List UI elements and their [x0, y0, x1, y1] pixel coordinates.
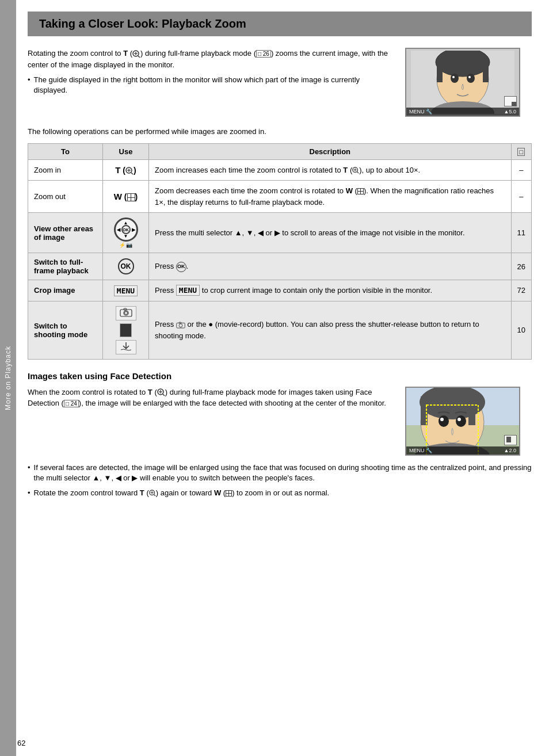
- desc-full-frame: Press OK.: [149, 253, 512, 280]
- svg-rect-8: [483, 59, 489, 82]
- desc-shooting: Press or the ● (movie-record) button. Yo…: [149, 301, 512, 359]
- selector-icon-2: 📷: [126, 242, 132, 248]
- face-detection-paragraph: When the zoom control is rotated to T ()…: [28, 387, 394, 409]
- svg-line-19: [357, 172, 359, 174]
- header-to: To: [28, 143, 103, 159]
- side-tab: More on Playback: [0, 0, 16, 756]
- face-bullet-1-text: If several faces are detected, the image…: [34, 463, 532, 483]
- svg-line-15: [131, 173, 133, 174]
- guide-indicator: [512, 102, 516, 106]
- svg-point-25: [124, 311, 127, 314]
- page-number: 62: [17, 739, 25, 747]
- shooting-icons: ●: [109, 306, 143, 354]
- svg-rect-42: [468, 396, 475, 425]
- ref-zoom-in: –: [511, 159, 531, 181]
- table-row: Switch to full-frame playback OK Press O…: [28, 253, 532, 280]
- desc-zoom-in: Zoom increases each time the zoom contro…: [149, 159, 512, 181]
- shutter-icon-svg: [120, 342, 132, 351]
- face-detection-title: Images taken using Face Detection: [28, 371, 532, 381]
- to-zoom-in: Zoom in: [28, 159, 103, 181]
- face-detection-text: When the zoom control is rotated to T ()…: [28, 387, 394, 456]
- menu-label: MENU 🔧: [409, 109, 432, 114]
- operations-intro: The following operations can be performe…: [28, 126, 532, 138]
- face-guide-box: [504, 435, 517, 445]
- arrow-right: ▶: [132, 227, 135, 232]
- svg-line-1: [138, 56, 140, 58]
- to-crop: Crop image: [28, 280, 103, 301]
- svg-rect-7: [437, 59, 443, 82]
- ref-crop: 72: [511, 280, 531, 301]
- svg-point-43: [439, 415, 449, 427]
- camera-icon-svg: [120, 308, 132, 317]
- to-full-frame: Switch to full-frame playback: [28, 253, 103, 280]
- table-row: Switch to shooting mode: [28, 301, 532, 359]
- zoom-level: ▲5.0: [504, 109, 516, 114]
- side-tab-label: More on Playback: [4, 346, 12, 410]
- title-bar: Taking a Closer Look: Playback Zoom: [28, 12, 532, 36]
- guide-box: [504, 96, 517, 106]
- svg-line-50: [154, 495, 155, 497]
- desc-zoom-out: Zoom decreases each time the zoom contro…: [149, 181, 512, 213]
- record-button-row: ●: [120, 323, 132, 337]
- ref-shooting: 10: [511, 301, 531, 359]
- desc-view-areas: Press the multi selector ▲, ▼, ◀ or ▶ to…: [149, 213, 512, 253]
- intro-image: MENU 🔧 ▲5.0: [405, 48, 532, 117]
- ok-icon: OK: [118, 258, 134, 274]
- grid-icon: [127, 193, 135, 201]
- use-view-areas: OK ▲ ▼ ◀ ▶ ⚡ 📷: [103, 213, 149, 253]
- svg-point-9: [451, 74, 459, 83]
- bullets-section: If several faces are detected, the image…: [28, 463, 532, 499]
- face-menu-label: MENU 🔧: [409, 448, 432, 453]
- arrow-left: ◀: [117, 227, 120, 232]
- svg-line-31: [163, 394, 165, 396]
- arrow-down: ▼: [124, 234, 128, 239]
- face-guide-indicator: [506, 437, 511, 442]
- face-bullet-1: If several faces are detected, the image…: [28, 463, 532, 483]
- svg-point-10: [467, 74, 475, 83]
- intro-bullet: The guide displayed in the right bottom …: [28, 75, 394, 96]
- use-zoom-in: T (): [103, 159, 149, 181]
- intro-paragraph: Rotating the zoom control to T () during…: [28, 48, 394, 70]
- to-view-areas: View other areas of image: [28, 213, 103, 253]
- face-detection-image: MENU 🔧 ▲2.0: [405, 387, 532, 456]
- table-header-row: To Use Description □: [28, 143, 532, 159]
- desc-crop: Press MENU to crop current image to cont…: [149, 280, 512, 301]
- to-shooting: Switch to shooting mode: [28, 301, 103, 359]
- selector-bottom-icons: ⚡ 📷: [119, 242, 132, 248]
- use-zoom-out: W ( ): [103, 181, 149, 213]
- header-ref: □: [511, 143, 531, 159]
- operations-table: To Use Description □ Zoom in T (): [28, 143, 532, 360]
- use-full-frame: OK: [103, 253, 149, 280]
- header-use: Use: [103, 143, 149, 159]
- camera-bottom-bar: MENU 🔧 ▲5.0: [406, 108, 519, 116]
- face-detection-content: When the zoom control is rotated to T ()…: [28, 387, 532, 456]
- table-row: View other areas of image OK ▲ ▼ ◀ ▶: [28, 213, 532, 253]
- arrow-up: ▲: [124, 220, 128, 226]
- svg-point-12: [468, 76, 471, 78]
- table-row: Zoom out W ( ) Zoom decreases each time …: [28, 181, 532, 213]
- camera-icon-row: [116, 306, 136, 320]
- page-container: More on Playback Taking a Closer Look: P…: [0, 0, 549, 756]
- camera-display: MENU 🔧 ▲5.0: [405, 48, 520, 117]
- table-row: Crop image MENU Press MENU to crop curre…: [28, 280, 532, 301]
- intro-text: Rotating the zoom control to T () during…: [28, 48, 394, 117]
- ref-zoom-out: –: [511, 181, 531, 213]
- to-zoom-out: Zoom out: [28, 181, 103, 213]
- face-illustration-svg: [411, 51, 514, 114]
- bullet-text: The guide displayed in the right bottom …: [34, 75, 394, 96]
- svg-point-6: [436, 51, 490, 77]
- multi-selector-icon: OK ▲ ▼ ◀ ▶ ⚡ 📷: [109, 217, 143, 248]
- main-content: Taking a Closer Look: Playback Zoom Rota…: [16, 0, 549, 756]
- face-detection-section: Images taken using Face Detection When t…: [28, 371, 532, 499]
- ok-button: OK: [121, 225, 131, 234]
- face-bullet-2-text: Rotate the zoom control toward T () agai…: [34, 488, 330, 498]
- shutter-icon-row: [116, 340, 136, 354]
- svg-point-45: [440, 418, 444, 421]
- face-cam-bottom-bar: MENU 🔧 ▲2.0: [406, 446, 519, 455]
- face-detection-camera: MENU 🔧 ▲2.0: [405, 387, 520, 456]
- selector-icon-1: ⚡: [119, 242, 125, 248]
- table-row: Zoom in T () Zoom increases each time th…: [28, 159, 532, 181]
- svg-point-46: [458, 418, 461, 421]
- face-detection-svg: [406, 388, 519, 455]
- face-bullet-2: Rotate the zoom control toward T () agai…: [28, 488, 532, 498]
